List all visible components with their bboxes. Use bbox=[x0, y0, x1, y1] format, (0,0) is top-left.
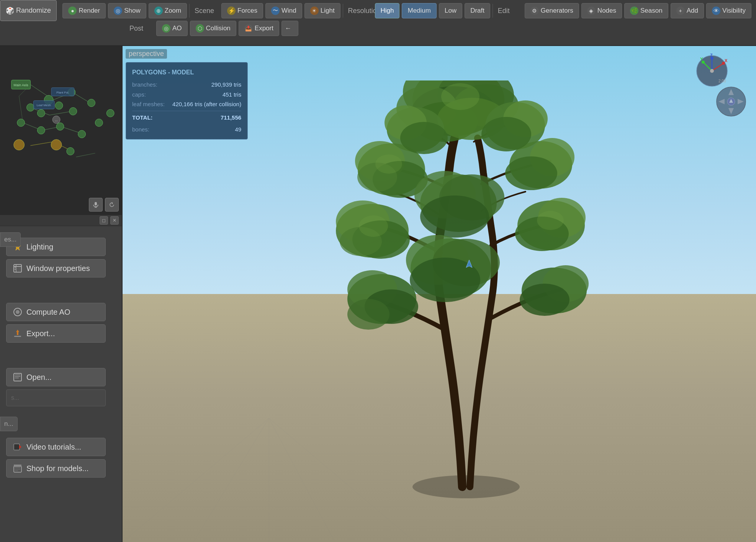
export-button[interactable]: Export... bbox=[6, 324, 106, 343]
ao-button[interactable]: ◎ AO bbox=[156, 21, 188, 36]
polygon-info-title: POLYGONS - MODEL bbox=[132, 67, 241, 77]
edit-label: Edit bbox=[498, 7, 521, 15]
show-icon: ◎ bbox=[114, 7, 122, 15]
visibility-button[interactable]: 👁 Visibility bbox=[706, 3, 751, 18]
tree-svg bbox=[332, 80, 600, 502]
toolbar-row-1: 🎲 Randomize View ● Render ◎ Show ⊕ Zoom … bbox=[5, 3, 751, 18]
ao-icon: ◎ bbox=[162, 24, 170, 33]
svg-rect-33 bbox=[51, 88, 74, 96]
wind-button[interactable]: 〜 Wind bbox=[265, 3, 302, 18]
svg-point-128 bbox=[702, 61, 705, 64]
svg-point-17 bbox=[68, 89, 75, 96]
microphone-button[interactable] bbox=[89, 198, 103, 212]
svg-point-27 bbox=[106, 109, 114, 117]
svg-rect-53 bbox=[15, 374, 20, 375]
toolbar-row-2: Post ◎ AO ⬡ Collision 📤 Export ← bbox=[5, 21, 751, 36]
export-toolbar-button[interactable]: 📤 Export bbox=[239, 21, 279, 36]
svg-point-21 bbox=[37, 126, 45, 134]
light-button[interactable]: ☀ Light bbox=[304, 3, 340, 18]
svg-point-35 bbox=[52, 116, 60, 123]
polygon-row-branches: branches: 290,939 tris bbox=[132, 80, 241, 90]
low-button[interactable]: Low bbox=[439, 3, 462, 18]
open-button[interactable]: Open... bbox=[6, 368, 106, 386]
nav-svg bbox=[714, 84, 748, 119]
render-button[interactable]: ● Render bbox=[62, 3, 106, 18]
export-icon bbox=[13, 328, 23, 338]
svg-rect-47 bbox=[17, 267, 21, 271]
generators-icon: ⚙ bbox=[530, 7, 539, 15]
lighting-button[interactable]: Lighting bbox=[6, 238, 106, 256]
svg-point-15 bbox=[44, 95, 53, 105]
search-input[interactable] bbox=[6, 389, 106, 406]
medium-button[interactable]: Medium bbox=[402, 3, 436, 18]
svg-rect-54 bbox=[15, 376, 20, 377]
node-connections: Main Axis Leaf Mesh Plant Fol. ... bbox=[0, 46, 122, 215]
window-properties-button[interactable]: Window properties bbox=[6, 259, 106, 278]
compute-ao-button[interactable]: Compute AO bbox=[6, 303, 106, 321]
svg-point-103 bbox=[481, 117, 531, 151]
bottom-partial-button[interactable]: n... bbox=[0, 417, 18, 431]
svg-point-78 bbox=[520, 284, 569, 316]
polygon-row-bones: bones: 49 bbox=[132, 125, 241, 135]
draft-button[interactable]: Draft bbox=[465, 3, 490, 18]
generators-button[interactable]: ⚙ Generators bbox=[525, 3, 579, 18]
svg-point-106 bbox=[400, 122, 448, 154]
refresh-button[interactable] bbox=[105, 198, 119, 212]
svg-line-6 bbox=[42, 126, 61, 130]
svg-point-130 bbox=[710, 69, 714, 73]
svg-point-26 bbox=[95, 119, 103, 126]
svg-text:X: X bbox=[725, 58, 728, 63]
season-button[interactable]: 🌿 Season bbox=[624, 3, 668, 18]
panel-close-button[interactable]: ✕ bbox=[110, 216, 119, 225]
svg-point-19 bbox=[37, 109, 45, 117]
svg-line-2 bbox=[72, 92, 92, 104]
nodes-icon: ◈ bbox=[587, 7, 596, 15]
svg-point-30 bbox=[67, 148, 74, 155]
shop-models-button[interactable]: Shop for models... bbox=[6, 459, 106, 478]
svg-point-127 bbox=[722, 62, 725, 65]
svg-line-10 bbox=[19, 85, 31, 96]
open-icon bbox=[13, 372, 23, 382]
svg-rect-55 bbox=[15, 378, 19, 378]
nav-widget bbox=[714, 84, 745, 115]
svg-point-92 bbox=[505, 156, 557, 190]
svg-point-75 bbox=[347, 299, 389, 330]
svg-point-49 bbox=[16, 310, 20, 314]
node-editor[interactable]: Main Axis Leaf Mesh Plant Fol. ... bbox=[0, 46, 122, 215]
svg-rect-62 bbox=[15, 470, 18, 471]
video-tutorials-button[interactable]: Video tutorials... bbox=[6, 438, 106, 456]
compass-widget: X Y Z 2.00 bbox=[695, 54, 725, 84]
svg-line-8 bbox=[31, 142, 54, 146]
svg-point-116 bbox=[359, 215, 388, 237]
shop-models-icon bbox=[13, 463, 23, 473]
collision-button[interactable]: ⬡ Collision bbox=[190, 21, 236, 36]
add-icon: + bbox=[676, 7, 685, 15]
svg-rect-46 bbox=[15, 269, 16, 270]
svg-point-22 bbox=[56, 123, 64, 130]
zoom-button[interactable]: ⊕ Zoom bbox=[149, 3, 187, 18]
panel-minimize-button[interactable]: ◻ bbox=[100, 216, 108, 225]
svg-line-4 bbox=[49, 111, 72, 115]
post-label: Post bbox=[129, 25, 152, 33]
svg-text:2.00: 2.00 bbox=[718, 79, 726, 83]
viewport[interactable]: perspective POLYGONS - MODEL branches: 2… bbox=[123, 46, 756, 542]
add-button[interactable]: + Add bbox=[671, 3, 704, 18]
randomize-button[interactable]: 🎲 Randomize bbox=[0, 0, 57, 21]
svg-rect-31 bbox=[33, 100, 54, 109]
svg-point-28 bbox=[51, 140, 62, 150]
randomize-icon: 🎲 bbox=[6, 7, 14, 15]
svg-marker-40 bbox=[112, 202, 113, 204]
back-icon: ← bbox=[285, 25, 291, 32]
back-button[interactable]: ← bbox=[281, 21, 298, 36]
partial-edge-button[interactable]: es... bbox=[0, 232, 21, 247]
nodes-button[interactable]: ◈ Nodes bbox=[581, 3, 622, 18]
forces-button[interactable]: ⚡ Forces bbox=[221, 3, 263, 18]
svg-point-117 bbox=[537, 211, 564, 230]
season-icon: 🌿 bbox=[630, 7, 638, 15]
svg-point-115 bbox=[441, 83, 479, 110]
resolution-label: Resolution bbox=[348, 7, 371, 15]
svg-point-129 bbox=[710, 57, 713, 60]
show-button[interactable]: ◎ Show bbox=[108, 3, 146, 18]
polygon-info-box: POLYGONS - MODEL branches: 290,939 tris … bbox=[126, 62, 248, 140]
high-button[interactable]: High bbox=[375, 3, 400, 18]
